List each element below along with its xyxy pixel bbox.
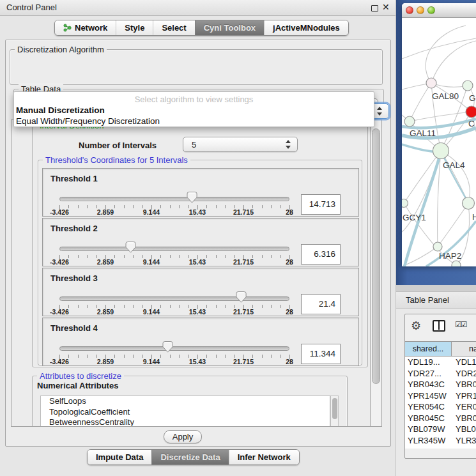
scrollbar-thumb[interactable] [332,398,337,419]
slider-tick [133,305,134,308]
slider-track[interactable] [59,247,289,251]
network-canvas[interactable]: GAL80G.CGAL11GAL4GCY1HHAP2 [402,18,476,266]
slider-thumb[interactable] [236,291,247,303]
slider-tick [206,355,207,358]
slider-tick [206,205,207,208]
node-label: GAL80 [432,91,459,101]
minimize-traffic-icon[interactable] [417,6,424,14]
slider-tick [87,305,88,308]
slider-track[interactable] [59,296,289,301]
thresholds-group: Threshold's Coordinates for 5 Intervals … [38,160,362,365]
dropdown-option-manual-discretization[interactable]: Manual Discretization [16,105,365,115]
tab-label: Cyni Toolbox [204,23,256,33]
tab-impute-data[interactable]: Impute Data [88,450,151,464]
node-label: GCY1 [403,213,426,222]
slider-track[interactable] [59,197,289,201]
dropdown-option-equal-width-frequency[interactable]: Equal Width/Frequency Discretization [16,116,365,126]
column-selector-icon[interactable] [433,320,445,332]
scrollbar-thumb[interactable] [372,128,380,384]
slider-tick [68,205,69,208]
threshold-value-field[interactable]: 14.713 [301,194,341,215]
slider-tick [225,305,226,308]
slider-tick-label: 21.715 [227,358,259,365]
table-header-name[interactable]: na [452,342,476,357]
network-node-gcy1[interactable] [402,199,408,208]
table-row[interactable]: YDR27...YDR2 [405,368,476,380]
network-node-gal80[interactable] [426,78,436,88]
slider-tick [142,305,143,308]
network-node-hap2[interactable] [433,242,442,251]
cell-name: YDL1 [452,357,476,368]
tab-network[interactable]: Network [55,20,116,35]
tab-label: Network [75,23,107,33]
attribute-item-topologicalcoefficient[interactable]: TopologicalCoefficient [41,407,330,418]
table-row[interactable]: YBL079WYBL0 [405,424,476,435]
network-window-titlebar[interactable] [402,3,476,18]
threshold-value-field[interactable]: 6.316 [301,244,341,265]
checkbox-pair-icon[interactable]: ☑☑ [455,320,466,329]
slider-tick [68,255,69,258]
threshold-value-field[interactable]: 21.4 [301,294,341,314]
apply-button[interactable]: Apply [164,430,202,443]
close-icon[interactable]: ✕ [382,2,390,12]
network-node-unlabeled[interactable] [452,261,461,266]
slider-tick [87,355,88,358]
network-edge [402,38,476,59]
slider-tick [225,205,226,208]
slider-tick [114,205,115,208]
tab-discretize-data[interactable]: Discretize Data [151,450,228,464]
slider-thumb[interactable] [187,192,197,203]
tab-jactivemnodules[interactable]: jActiveMNodules [264,20,348,35]
slider-tick-label: 21.715 [227,308,259,316]
table-row[interactable]: YLR345WYLR3 [405,435,476,447]
slider-tick [179,305,180,308]
network-node-gal4[interactable] [433,143,449,159]
tab-select[interactable]: Select [153,20,194,35]
network-node-c[interactable] [466,106,476,118]
attributes-group-title: Attributes to discretize [37,371,124,381]
cell-name: YBR0 [452,413,476,424]
slider-tick-label: 21.715 [227,258,259,266]
cell-shared-name: YBR043C [405,379,452,390]
close-traffic-icon[interactable] [406,6,413,14]
threshold-label: Threshold 4 [50,323,98,333]
network-node-gal11[interactable] [404,116,415,127]
node-label: H [472,212,476,222]
threshold-value-field[interactable]: 11.344 [301,344,341,364]
slider-tick-label: -3.426 [43,208,75,216]
table-row[interactable]: YDL19...YDL1 [405,357,476,368]
number-of-intervals-combobox[interactable]: 5 [183,137,298,152]
slider-tick [87,205,88,208]
zoom-traffic-icon[interactable] [427,6,435,14]
settings-vertical-scrollbar[interactable] [370,119,382,427]
slider-tick [252,205,253,208]
network-node-g.[interactable] [463,81,473,91]
attributes-list-scrollbar[interactable] [330,395,339,427]
attribute-item-betweennesscentrality[interactable]: BetweennessCentrality [41,417,330,427]
slider-thumb[interactable] [162,341,173,353]
tab-style[interactable]: Style [116,20,153,35]
table-row[interactable]: YER054CYER0 [405,401,476,413]
gear-icon[interactable]: ⚙ [411,320,421,332]
combo-arrows-icon [286,140,291,149]
tab-cyni-toolbox[interactable]: Cyni Toolbox [195,20,264,35]
table-row[interactable]: YBR045CYBR0 [405,413,476,424]
table-row[interactable]: YPR145WYPR1 [405,390,476,402]
table-panel-title: Table Panel [406,295,449,305]
panel-divider[interactable] [396,285,476,292]
numerical-attributes-list[interactable]: SelfLoopsTopologicalCoefficientBetweenne… [40,395,330,427]
slider-tick [252,355,253,358]
attribute-item-selfloops[interactable]: SelfLoops [41,396,330,407]
tab-infer-network[interactable]: Infer Network [229,450,299,464]
control-panel-titlebar: Control Panel ✕ [0,0,395,16]
network-node-h[interactable] [463,197,475,210]
slider-track[interactable] [59,346,289,351]
float-icon[interactable] [371,5,378,12]
number-of-intervals-value: 5 [192,137,196,152]
slider-thumb[interactable] [125,242,136,253]
table-row[interactable]: YBR043CYBR0 [405,379,476,390]
table-header-shared-name[interactable]: shared... [405,342,452,357]
network-edge [410,112,472,121]
algorithm-dropdown-popup: Select algorithm to view settings Manual… [13,91,374,127]
slider-tick [188,305,189,308]
